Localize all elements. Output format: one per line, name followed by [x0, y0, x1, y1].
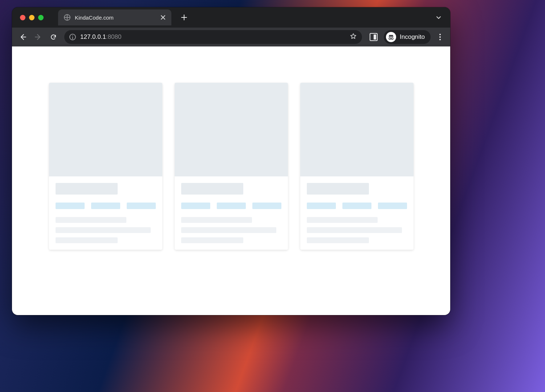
address-bar[interactable]: 127.0.0.1:8080: [64, 30, 362, 44]
skeleton-line: [181, 217, 252, 223]
skeleton-line: [181, 237, 243, 243]
skeleton-card: [300, 83, 414, 250]
skeleton-paragraph: [56, 217, 156, 243]
incognito-indicator[interactable]: Incognito: [384, 30, 431, 44]
skeleton-tag: [217, 203, 246, 209]
tab-title: KindaCode.com: [75, 15, 155, 21]
skeleton-thumbnail: [175, 83, 288, 176]
skeleton-line: [56, 227, 151, 233]
skeleton-line: [307, 227, 402, 233]
tab-bar: KindaCode.com: [12, 7, 450, 28]
svg-point-3: [439, 36, 441, 38]
skeleton-tag: [91, 203, 120, 209]
toolbar-right: Incognito: [368, 30, 445, 44]
skeleton-tag: [181, 203, 210, 209]
svg-point-2: [439, 34, 441, 35]
browser-menu-button[interactable]: [435, 32, 445, 42]
skeleton-thumbnail: [300, 83, 414, 176]
svg-point-4: [439, 39, 441, 40]
skeleton-thumbnail: [49, 83, 162, 176]
site-info-icon[interactable]: [69, 34, 76, 40]
skeleton-tag-row: [307, 203, 407, 209]
panel-icon: [370, 33, 378, 41]
reload-icon: [50, 33, 57, 41]
skeleton-paragraph: [307, 217, 407, 243]
skeleton-tag-row: [181, 203, 281, 209]
skeleton-tag: [307, 203, 336, 209]
skeleton-body: [49, 176, 162, 250]
skeleton-body: [300, 176, 414, 250]
window-close-button[interactable]: [20, 15, 25, 20]
skeleton-tag: [342, 203, 371, 209]
skeleton-paragraph: [181, 217, 281, 243]
browser-tab-active[interactable]: KindaCode.com: [58, 9, 171, 25]
close-tab-button[interactable]: [159, 13, 167, 21]
browser-window: KindaCode.com 127.0.0.1:8080: [12, 7, 450, 315]
skeleton-tag-row: [56, 203, 156, 209]
side-panel-button[interactable]: [368, 31, 379, 43]
kebab-icon: [439, 33, 441, 41]
skeleton-line: [307, 237, 369, 243]
skeleton-tag: [56, 203, 85, 209]
plus-icon: [181, 15, 187, 20]
skeleton-title: [56, 183, 118, 195]
star-icon: [350, 33, 357, 40]
arrow-left-icon: [19, 33, 27, 41]
incognito-label: Incognito: [400, 33, 425, 41]
skeleton-card: [175, 83, 288, 250]
svg-point-1: [391, 38, 393, 40]
forward-button[interactable]: [32, 31, 44, 43]
url-host: 127.0.0.1: [80, 33, 106, 40]
skeleton-title: [181, 183, 243, 195]
skeleton-tag: [378, 203, 407, 209]
skeleton-tag: [252, 203, 281, 209]
globe-icon: [64, 14, 70, 21]
back-button[interactable]: [17, 31, 29, 43]
url-port: :8080: [106, 33, 122, 40]
reload-button[interactable]: [48, 31, 59, 43]
window-fullscreen-button[interactable]: [38, 15, 44, 20]
skeleton-line: [56, 237, 118, 243]
close-icon: [161, 15, 165, 20]
skeleton-tag: [127, 203, 156, 209]
browser-toolbar: 127.0.0.1:8080 Incognito: [12, 28, 450, 46]
skeleton-card: [49, 83, 162, 250]
skeleton-line: [181, 227, 276, 233]
window-minimize-button[interactable]: [29, 15, 34, 20]
tab-overflow-button[interactable]: [434, 12, 444, 23]
incognito-icon: [387, 33, 395, 41]
page-viewport: [12, 46, 450, 315]
url-text: 127.0.0.1:8080: [80, 33, 121, 41]
incognito-avatar: [386, 32, 396, 42]
arrow-right-icon: [34, 33, 42, 41]
new-tab-button[interactable]: [179, 12, 190, 23]
skeleton-body: [175, 176, 288, 250]
skeleton-title: [307, 183, 369, 195]
bookmark-button[interactable]: [350, 33, 357, 41]
skeleton-line: [307, 217, 378, 223]
svg-point-0: [389, 38, 391, 40]
chevron-down-icon: [436, 15, 442, 20]
window-traffic-lights: [20, 15, 44, 20]
skeleton-line: [56, 217, 127, 223]
